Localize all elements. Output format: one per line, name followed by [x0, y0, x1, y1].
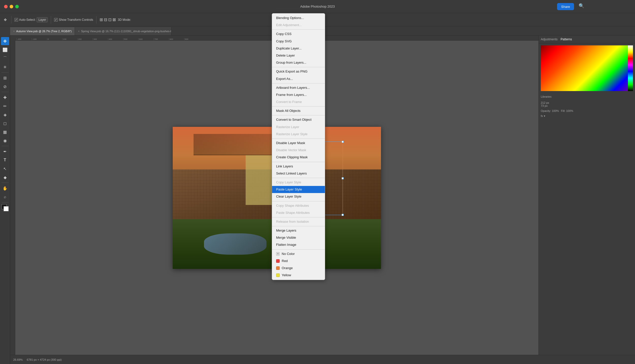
- cm-item-yellow[interactable]: Yellow: [272, 272, 325, 279]
- tool-eraser[interactable]: ◻: [1, 119, 9, 127]
- tool-eyedropper[interactable]: ⊘: [1, 82, 9, 91]
- cm-item-duplicate-layer[interactable]: Duplicate Layer...: [272, 45, 325, 52]
- cm-item-frame-from-layers[interactable]: Frame from Layers...: [272, 91, 325, 98]
- transform-controls-option[interactable]: ✓ Show Transform Controls: [54, 18, 93, 22]
- align-icon-4[interactable]: ⊠: [113, 17, 116, 22]
- cm-item-orange[interactable]: Orange: [272, 265, 325, 272]
- tool-stamp[interactable]: ◈: [1, 111, 9, 119]
- cm-item-text-mask-all-objects: Mask All Objects: [276, 109, 300, 113]
- cm-item-convert-to-frame: Convert to Frame: [272, 98, 325, 106]
- tool-shape[interactable]: ◆: [1, 173, 9, 181]
- tool-path-select[interactable]: ↖: [1, 165, 9, 173]
- cm-item-text-frame-from-layers: Frame from Layers...: [276, 93, 307, 97]
- cm-separator: [272, 106, 325, 107]
- cm-item-text-delete-layer: Delete Layer: [276, 53, 295, 58]
- ruler-tick: 800: [169, 38, 184, 40]
- tab-spring-view[interactable]: × Spring View.psb @ 16.7% (111-1110391_s…: [75, 27, 171, 35]
- cm-item-rasterize-layer: Rasterize Layer: [272, 124, 325, 131]
- cm-item-blending-options[interactable]: Blending Options...: [272, 14, 325, 22]
- panel-libraries-label: Libraries: [539, 93, 635, 100]
- auto-select-checkbox[interactable]: ✓: [14, 18, 18, 22]
- tool-heal[interactable]: ✚: [1, 93, 9, 101]
- cm-item-quick-export-png[interactable]: Quick Export as PNG: [272, 68, 325, 75]
- cm-item-red[interactable]: Red: [272, 257, 325, 265]
- tool-move[interactable]: ✥: [1, 37, 9, 45]
- cm-item-paste-shape-attributes: Paste Shape Attributes: [272, 209, 325, 216]
- cm-item-no-color[interactable]: ✕No Color: [272, 250, 325, 257]
- tab-close-1[interactable]: ×: [13, 30, 15, 33]
- layer-dropdown[interactable]: Layer: [37, 17, 48, 22]
- cm-item-export-as[interactable]: Export As...: [272, 75, 325, 82]
- ruler-tick: 900: [184, 38, 199, 40]
- align-icon-2[interactable]: ⊟: [104, 17, 107, 22]
- cm-separator: [272, 83, 325, 83]
- cm-item-text-disable-vector-mask: Disable Vector Mask: [276, 148, 306, 152]
- cm-item-paste-layer-style[interactable]: Paste Layer Style: [272, 186, 325, 193]
- align-icon-1[interactable]: ⊞: [100, 17, 103, 22]
- cm-separator: [272, 138, 325, 139]
- cm-item-merge-visible[interactable]: Merge Visible: [272, 234, 325, 241]
- cm-item-copy-svg[interactable]: Copy SVG: [272, 38, 325, 45]
- cm-item-disable-layer-mask[interactable]: Disable Layer Mask: [272, 140, 325, 147]
- tool-text[interactable]: T: [1, 156, 9, 164]
- fx-label[interactable]: fx ▾: [539, 113, 635, 119]
- cm-item-text-group-from-layers: Group from Layers...: [276, 60, 306, 65]
- cm-item-create-clipping-mask[interactable]: Create Clipping Mask: [272, 154, 325, 161]
- toolbar-sep-2: [51, 16, 51, 24]
- panel-tab-patterns[interactable]: Patterns: [561, 38, 572, 41]
- cm-separator: [272, 67, 325, 67]
- pond: [204, 233, 266, 255]
- tool-hand[interactable]: ✋: [1, 184, 9, 192]
- transform-checkbox[interactable]: ✓: [54, 18, 58, 22]
- cm-item-flatten-image[interactable]: Flatten Image: [272, 241, 325, 248]
- toolbar-sep-3: [96, 16, 97, 24]
- tool-lasso[interactable]: ⌒: [1, 54, 9, 62]
- tool-select-rect[interactable]: ⬜: [1, 46, 9, 54]
- search-icon[interactable]: 🔍: [579, 3, 584, 9]
- cm-separator: [272, 29, 325, 30]
- tool-dodge[interactable]: ◉: [1, 136, 9, 145]
- auto-select-option[interactable]: ✓ Auto-Select: Layer: [14, 17, 48, 22]
- cm-item-artboard-from-layers[interactable]: Artboard from Layers...: [272, 84, 325, 91]
- tool-zoom[interactable]: ⌕: [1, 193, 9, 201]
- align-tools: ⊞ ⊟ ⊡ ⊠: [100, 17, 116, 22]
- tool-sep-1: [2, 72, 9, 73]
- tool-crop[interactable]: ⊞: [1, 74, 9, 82]
- cm-item-delete-layer[interactable]: Delete Layer: [272, 52, 325, 59]
- share-button[interactable]: Share: [557, 3, 574, 10]
- cm-item-mask-all-objects[interactable]: Mask All Objects: [272, 107, 325, 114]
- cm-item-select-linked-layers[interactable]: Select Linked Layers: [272, 170, 325, 177]
- cm-item-clear-layer-style[interactable]: Clear Layer Style: [272, 193, 325, 200]
- tab-close-2[interactable]: ×: [78, 30, 80, 33]
- cm-item-text-select-linked-layers: Select Linked Layers: [276, 171, 307, 176]
- tool-brush[interactable]: ✏: [1, 102, 9, 110]
- cm-item-link-layers[interactable]: Link Layers: [272, 163, 325, 170]
- zoom-level: 26.69%: [13, 358, 23, 361]
- panel-tab-adjustments[interactable]: Adjustments: [541, 38, 558, 41]
- foreground-background-colors[interactable]: [2, 204, 9, 211]
- align-icon-3[interactable]: ⊡: [108, 17, 112, 22]
- ruler-tick: 300: [93, 38, 108, 40]
- minimize-button[interactable]: [10, 5, 13, 8]
- tool-pen[interactable]: ✒: [1, 147, 9, 155]
- tool-gradient[interactable]: ▦: [1, 128, 9, 136]
- cm-item-rasterize-layer-style: Rasterize Layer Style: [272, 131, 325, 138]
- cm-item-group-from-layers[interactable]: Group from Layers...: [272, 59, 325, 66]
- cm-item-convert-to-smart-object[interactable]: Convert to Smart Object: [272, 116, 325, 123]
- maximize-button[interactable]: [15, 5, 19, 8]
- cm-item-text-orange: Orange: [282, 266, 293, 270]
- cm-separator: [272, 178, 325, 178]
- cm-item-text-merge-visible: Merge Visible: [276, 235, 296, 240]
- close-button[interactable]: [4, 5, 8, 8]
- hue-slider[interactable]: [628, 45, 633, 91]
- cm-item-copy-layer-style: Copy Layer Style: [272, 179, 325, 186]
- cm-item-release-from-isolation: Release from Isolation: [272, 218, 325, 225]
- color-picker[interactable]: [541, 45, 633, 91]
- tool-magic-wand[interactable]: ✳: [1, 63, 9, 71]
- tab-autumn-view[interactable]: × Autumn View.psb @ 26.7% (Tree 2, RGB/8…: [10, 27, 75, 35]
- cm-item-text-release-from-isolation: Release from Isolation: [276, 219, 309, 224]
- move-tool-icon: ✥: [3, 17, 8, 23]
- cm-item-copy-css[interactable]: Copy CSS: [272, 30, 325, 38]
- cm-item-merge-layers[interactable]: Merge Layers: [272, 227, 325, 234]
- context-menu: Blending Options...Edit Adjustment...Cop…: [272, 13, 325, 280]
